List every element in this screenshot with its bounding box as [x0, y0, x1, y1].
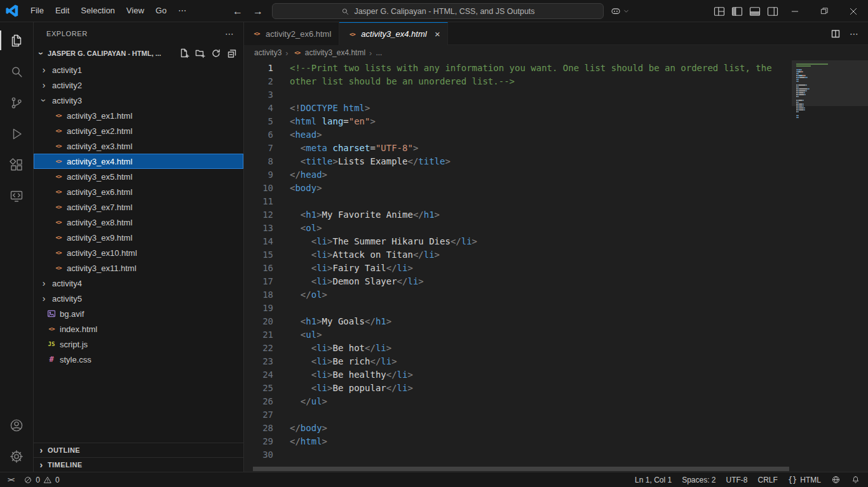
section-timeline[interactable]: ›TIMELINE	[34, 457, 243, 472]
tree-item-activity3_ex3.html[interactable]: <>activity3_ex3.html	[34, 138, 243, 154]
tree-item-activity2[interactable]: ›activity2	[34, 77, 243, 93]
code-line-1[interactable]: 1<!--Print two lists with any informatio…	[244, 62, 792, 75]
more-actions-icon[interactable]: ⋯	[850, 29, 859, 39]
copilot-button[interactable]	[610, 0, 629, 22]
menu-view[interactable]: View	[121, 3, 150, 18]
breadcrumb-item[interactable]: ...	[376, 48, 382, 57]
code-line-23[interactable]: 23 <li>Be rich</li>	[244, 355, 792, 368]
code-line-12[interactable]: 12 <h1>My Favorite Anime</h1>	[244, 208, 792, 222]
code-line-6[interactable]: 6<head>	[244, 128, 792, 142]
tree-item-index.html[interactable]: <>index.html	[34, 321, 243, 337]
tree-item-activity3_ex8.html[interactable]: <>activity3_ex8.html	[34, 215, 243, 230]
code-line-17[interactable]: 17 <li>Demon Slayer</li>	[244, 275, 792, 288]
menu-edit[interactable]: Edit	[50, 3, 75, 18]
breadcrumb-item[interactable]: activity3	[254, 48, 281, 57]
command-center-search[interactable]: Jasper G. Calipayan - HTML, CSS, and JS …	[272, 3, 604, 19]
tree-item-activity3[interactable]: ›activity3	[34, 93, 243, 108]
code-line-5[interactable]: 5<html lang="en">	[244, 115, 792, 128]
tab-activity2_ex6.html[interactable]: <>activity2_ex6.html	[244, 22, 339, 45]
tree-item-activity3_ex1.html[interactable]: <>activity3_ex1.html	[34, 108, 243, 123]
code-line-22[interactable]: 22 <li>Be hot</li>	[244, 342, 792, 355]
tree-item-activity3_ex5.html[interactable]: <>activity3_ex5.html	[34, 169, 243, 184]
code-line-19[interactable]: 19	[244, 302, 792, 315]
tree-item-script.js[interactable]: JSscript.js	[34, 337, 243, 352]
code-line-8[interactable]: 8 <title>Lists Example</title>	[244, 155, 792, 168]
code-line-20[interactable]: 20 <h1>My Goals</h1>	[244, 315, 792, 328]
status-indentation[interactable]: Spaces: 2	[682, 476, 715, 484]
tree-item-style.css[interactable]: #style.css	[34, 352, 243, 367]
code-line-3[interactable]: 3	[244, 88, 792, 102]
restore-button[interactable]	[810, 0, 839, 22]
code-line-7[interactable]: 7 <meta charset="UTF-8">	[244, 142, 792, 155]
tree-item-activity3_ex10.html[interactable]: <>activity3_ex10.html	[34, 245, 243, 260]
search-icon[interactable]	[0, 56, 33, 87]
minimap[interactable]	[792, 60, 868, 465]
code-line-10[interactable]: 10<body>	[244, 182, 792, 195]
split-editor-icon[interactable]	[831, 29, 841, 39]
collapse-all-icon[interactable]	[227, 48, 237, 58]
tree-item-activity3_ex2.html[interactable]: <>activity3_ex2.html	[34, 123, 243, 138]
status-notifications[interactable]	[851, 475, 860, 484]
code-line-29[interactable]: 29</html>	[244, 435, 792, 448]
code-line-25[interactable]: 25 <li>Be popular</li>	[244, 382, 792, 395]
back-icon[interactable]: ←	[233, 6, 243, 17]
horizontal-scrollbar[interactable]	[244, 465, 868, 472]
code-line-28[interactable]: 28</body>	[244, 422, 792, 435]
code-line-16[interactable]: 16 <li>Fairy Tail</li>	[244, 262, 792, 275]
panel-icon[interactable]	[749, 5, 761, 18]
status-cursor-position[interactable]: Ln 1, Col 1	[635, 476, 672, 484]
more-actions-icon[interactable]: ⋯	[225, 29, 234, 39]
menu-selection[interactable]: Selection	[75, 3, 120, 18]
run-debug-icon[interactable]	[0, 118, 33, 149]
menu-go[interactable]: Go	[150, 3, 172, 18]
code-editor[interactable]: 1<!--Print two lists with any informatio…	[244, 60, 792, 465]
tree-item-activity3_ex9.html[interactable]: <>activity3_ex9.html	[34, 230, 243, 245]
close-button[interactable]	[839, 0, 868, 22]
tree-item-bg.avif[interactable]: bg.avif	[34, 306, 243, 321]
status-remote-indicator[interactable]: ><	[8, 476, 13, 484]
code-line-26[interactable]: 26 </ul>	[244, 395, 792, 408]
code-line-21[interactable]: 21 <ul>	[244, 328, 792, 342]
settings-gear-icon[interactable]	[0, 441, 33, 472]
tree-item-activity4[interactable]: ›activity4	[34, 276, 243, 291]
tab-activity3_ex4.html[interactable]: <>activity3_ex4.html×	[339, 22, 448, 45]
menu-file[interactable]: File	[25, 3, 50, 18]
minimize-button[interactable]	[780, 0, 810, 22]
code-line-18[interactable]: 18 </ol>	[244, 288, 792, 302]
section-outline[interactable]: ›OUTLINE	[34, 443, 243, 457]
sidebar-left-icon[interactable]	[731, 5, 743, 18]
tree-item-activity3_ex4.html[interactable]: <>activity3_ex4.html	[34, 154, 243, 169]
code-line-24[interactable]: 24 <li>Be healthy</li>	[244, 368, 792, 382]
refresh-icon[interactable]	[211, 48, 221, 58]
status-language-mode[interactable]: {}HTML	[788, 476, 821, 484]
layout-icon[interactable]	[713, 5, 726, 18]
scrollbar-thumb[interactable]	[253, 467, 789, 471]
status-problems[interactable]: 00	[24, 476, 59, 484]
code-line-14[interactable]: 14 <li>The Summer Hikaru Dies</li>	[244, 235, 792, 248]
code-line-13[interactable]: 13 <ol>	[244, 222, 792, 235]
sidebar-right-icon[interactable]	[766, 5, 779, 18]
tree-item-activity5[interactable]: ›activity5	[34, 291, 243, 306]
code-line-9[interactable]: 9</head>	[244, 168, 792, 182]
tree-item-activity3_ex6.html[interactable]: <>activity3_ex6.html	[34, 184, 243, 199]
code-line-11[interactable]: 11	[244, 195, 792, 208]
breadcrumb-item[interactable]: activity3_ex4.html	[305, 48, 365, 57]
new-folder-icon[interactable]	[195, 48, 205, 58]
status-browser-preview[interactable]	[831, 475, 841, 484]
code-line-27[interactable]: 27	[244, 408, 792, 422]
remote-explorer-icon[interactable]	[0, 180, 33, 211]
explorer-icon[interactable]	[0, 25, 33, 56]
forward-icon[interactable]: →	[253, 6, 263, 17]
close-icon[interactable]: ×	[435, 29, 440, 39]
tree-item-activity1[interactable]: ›activity1	[34, 62, 243, 77]
code-line-2[interactable]: 2other list should be an unordered list.…	[244, 75, 792, 88]
new-file-icon[interactable]	[179, 48, 189, 58]
status-eol[interactable]: CRLF	[758, 476, 778, 484]
tree-item-activity3_ex11.html[interactable]: <>activity3_ex11.html	[34, 260, 243, 276]
source-control-icon[interactable]	[0, 87, 33, 118]
account-icon[interactable]	[0, 410, 33, 441]
project-root-row[interactable]: › JASPER G. CALIPAYAN - HTML, ...	[34, 44, 243, 62]
status-encoding[interactable]: UTF-8	[726, 476, 748, 484]
menu-more[interactable]: ⋯	[172, 3, 192, 18]
extensions-icon[interactable]	[0, 149, 33, 180]
